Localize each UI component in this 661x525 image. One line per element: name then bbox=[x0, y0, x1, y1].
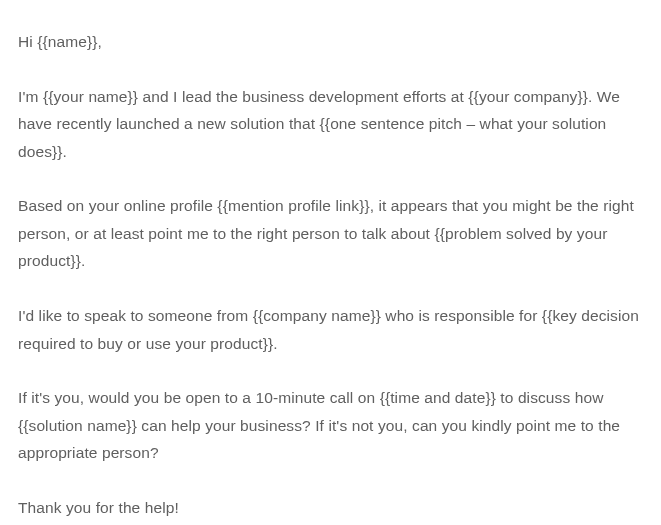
email-greeting: Hi {{name}}, bbox=[18, 28, 643, 56]
email-template: Hi {{name}}, I'm {{your name}} and I lea… bbox=[18, 28, 643, 522]
email-cta: If it's you, would you be open to a 10-m… bbox=[18, 384, 643, 467]
email-closing: Thank you for the help! bbox=[18, 494, 643, 522]
email-request: I'd like to speak to someone from {{comp… bbox=[18, 302, 643, 357]
email-profile: Based on your online profile {{mention p… bbox=[18, 192, 643, 275]
email-intro: I'm {{your name}} and I lead the busines… bbox=[18, 83, 643, 166]
